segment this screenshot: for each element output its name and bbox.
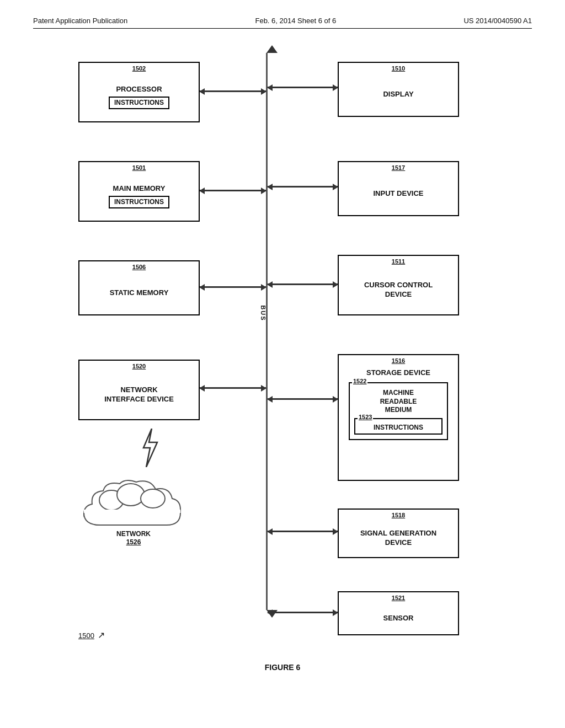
cursor-control-id: 1511 — [392, 258, 405, 265]
main-memory-content: MAIN MEMORY INSTRUCTIONS — [109, 184, 169, 208]
network-cloud: NETWORK1526 — [78, 475, 189, 547]
display-box: 1510 DISPLAY — [338, 62, 459, 117]
bus-top-arrow — [264, 45, 278, 53]
input-device-box: 1517 INPUT DEVICE — [338, 161, 459, 216]
arrow-network-interface — [200, 387, 266, 389]
main-memory-id: 1501 — [132, 164, 146, 171]
page-header: Patent Application Publication Feb. 6, 2… — [33, 17, 532, 29]
network-label: NETWORK1526 — [116, 530, 151, 547]
arrow-static-memory — [200, 286, 266, 288]
static-memory-id: 1506 — [132, 264, 146, 270]
bus-label: BUS — [260, 305, 266, 321]
network-interface-box: 1520 NETWORKINTERFACE DEVICE — [78, 360, 200, 420]
svg-point-2 — [141, 489, 165, 508]
instructions-id: 1523 — [358, 414, 373, 420]
input-device-id: 1517 — [392, 164, 405, 171]
instructions-label: INSTRUCTIONS — [358, 421, 439, 431]
figure-label: FIGURE 6 — [33, 663, 532, 672]
cursor-control-content: CURSOR CONTROLDEVICE — [364, 281, 433, 299]
static-memory-content: STATIC MEMORY — [110, 288, 169, 298]
processor-content: PROCESSOR INSTRUCTIONS — [109, 85, 169, 109]
arrow-sensor — [268, 612, 338, 613]
sensor-content: SENSOR — [383, 614, 414, 623]
arrow-main-memory — [200, 190, 266, 191]
sensor-box: 1521 SENSOR — [338, 591, 459, 635]
display-content: DISPLAY — [383, 90, 413, 99]
main-memory-instructions-inner: INSTRUCTIONS — [109, 196, 169, 209]
arrow-storage-device — [268, 398, 338, 400]
page: Patent Application Publication Feb. 6, 2… — [0, 0, 565, 728]
header-right: US 2014/0040590 A1 — [463, 17, 532, 25]
display-id: 1510 — [392, 65, 405, 72]
static-memory-box: 1506 STATIC MEMORY — [78, 260, 200, 315]
arrow-input-device — [268, 186, 338, 188]
header-left: Patent Application Publication — [33, 17, 127, 25]
arrow-signal-gen — [268, 531, 338, 532]
arrow-cursor-control — [268, 283, 338, 285]
system-label: 1500 ↗ — [78, 630, 105, 640]
storage-device-label: STORAGE DEVICE — [366, 368, 430, 377]
processor-instructions-inner: INSTRUCTIONS — [109, 97, 169, 110]
network-interface-id: 1520 — [132, 363, 146, 370]
sensor-id: 1521 — [392, 595, 405, 601]
lightning-bolt — [138, 429, 160, 469]
machine-readable-label: MACHINEREADABLEMEDIUM — [352, 386, 445, 415]
machine-readable-outer: 1522 MACHINEREADABLEMEDIUM 1523 INSTRUCT… — [349, 382, 448, 440]
figure-diagram: BUS 1502 PROCESSOR INSTRUCTIONS 1501 MAI… — [45, 45, 520, 652]
processor-box: 1502 PROCESSOR INSTRUCTIONS — [78, 62, 200, 122]
input-device-content: INPUT DEVICE — [373, 189, 423, 199]
signal-gen-id: 1518 — [392, 512, 405, 518]
signal-gen-box: 1518 SIGNAL GENERATIONDEVICE — [338, 508, 459, 558]
svg-point-1 — [117, 484, 145, 506]
storage-device-id: 1516 — [392, 357, 405, 364]
header-middle: Feb. 6, 2014 Sheet 6 of 6 — [255, 17, 336, 25]
instructions-outer: 1523 INSTRUCTIONS — [354, 418, 443, 435]
machine-readable-id: 1522 — [352, 378, 367, 384]
storage-device-box: 1516 STORAGE DEVICE 1522 MACHINEREADABLE… — [338, 354, 459, 481]
system-arrow: ↗ — [98, 630, 105, 640]
bus-line-main — [266, 53, 268, 610]
network-interface-content: NETWORKINTERFACE DEVICE — [104, 386, 174, 404]
processor-id: 1502 — [132, 65, 146, 72]
signal-gen-content: SIGNAL GENERATIONDEVICE — [360, 529, 436, 548]
arrow-processor — [200, 90, 266, 92]
network-id: 1526 — [126, 538, 141, 546]
main-memory-box: 1501 MAIN MEMORY INSTRUCTIONS — [78, 161, 200, 222]
cursor-control-box: 1511 CURSOR CONTROLDEVICE — [338, 255, 459, 315]
arrow-display — [268, 87, 338, 88]
